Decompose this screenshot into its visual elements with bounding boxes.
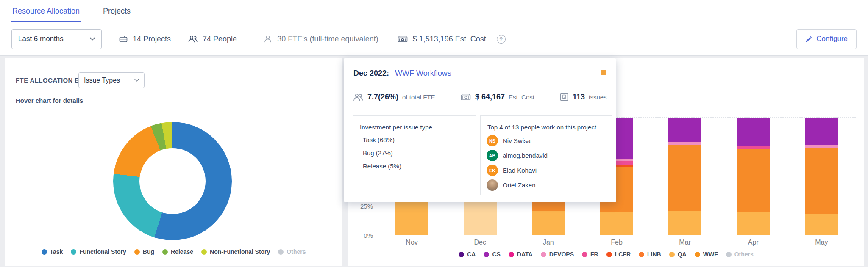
legend-dot <box>695 252 700 257</box>
stacked-bar-mar[interactable] <box>668 118 701 235</box>
bar-segment-wwf[interactable] <box>668 145 701 211</box>
bar-segment-wwf[interactable] <box>805 148 838 214</box>
bar-segment-qa[interactable] <box>464 202 497 235</box>
legend-item-wwf[interactable]: WWF <box>695 251 718 258</box>
legend-dot <box>606 252 612 257</box>
project-hover-tooltip: Dec 2022: WWF Workflows 7.7(26%) of tota… <box>344 58 616 202</box>
legend-item-devops[interactable]: DEVOPS <box>541 251 574 258</box>
legend-label: Task <box>50 248 63 255</box>
tooltip-stats: 7.7(26%) of total FTE $ 64,167 Est. Cost <box>344 92 616 103</box>
tab-projects[interactable]: Projects <box>101 0 132 22</box>
resource-allocation-screen: Resource Allocation Projects Last 6 mont… <box>0 0 868 267</box>
cost-stat-text: $ 1,513,196 Est. Cost <box>413 35 486 44</box>
people-stat-text: 74 People <box>203 35 237 44</box>
legend-item-non-functional-story[interactable]: Non-Functional Story <box>201 248 270 255</box>
legend-label: Functional Story <box>79 248 126 255</box>
legend-item-bug[interactable]: Bug <box>134 248 154 255</box>
legend-item-data[interactable]: DATA <box>509 251 533 258</box>
person-name: Oriel Zaken <box>503 182 536 189</box>
bar-segment-devops[interactable] <box>805 145 838 148</box>
bar-segment-cs[interactable] <box>805 118 838 145</box>
tooltip-project-link[interactable]: WWF Workflows <box>395 69 451 77</box>
tooltip-header: Dec 2022: WWF Workflows <box>353 69 451 78</box>
bar-slot-may <box>787 118 856 235</box>
bar-segment-qa[interactable] <box>532 211 565 235</box>
legend-item-cs[interactable]: CS <box>484 251 500 258</box>
help-icon[interactable]: ? <box>497 35 506 44</box>
bar-segment-cs[interactable] <box>737 118 770 146</box>
legend-item-others[interactable]: Others <box>726 251 754 258</box>
legend-item-ca[interactable]: CA <box>459 251 476 258</box>
bar-segment-qa[interactable] <box>737 212 770 235</box>
projects-stat-text: 14 Projects <box>133 35 171 44</box>
legend-item-task[interactable]: Task <box>42 248 63 255</box>
investment-item: Release (5%) <box>353 160 476 173</box>
tooltip-fte-stat: 7.7(26%) of total FTE <box>353 92 435 102</box>
legend-dot <box>509 252 514 257</box>
bar-slot-mar <box>651 118 719 235</box>
legend-dot <box>669 252 675 257</box>
bar-segment-fr[interactable] <box>737 146 770 149</box>
investment-box: Investment per issue type Task (68%)Bug … <box>353 115 476 195</box>
person-row: NSNiv Swisa <box>481 133 612 148</box>
legend-item-release[interactable]: Release <box>162 248 193 255</box>
legend-label: DATA <box>517 251 533 258</box>
y-axis-label-0%: 0% <box>350 232 373 239</box>
hover-hint-text: Hover chart for details <box>16 97 83 104</box>
tooltip-period: Dec 2022: <box>353 69 389 77</box>
bookmark-icon <box>559 92 569 102</box>
tab-resource-allocation[interactable]: Resource Allocation <box>11 0 81 22</box>
legend-item-lcfr[interactable]: LCFR <box>606 251 631 258</box>
tooltip-cost-label: Est. Cost <box>509 94 534 101</box>
legend-item-linb[interactable]: LINB <box>639 251 661 258</box>
legend-item-functional-story[interactable]: Functional Story <box>71 248 126 255</box>
legend-dot <box>42 249 47 255</box>
legend-label: CA <box>467 251 476 258</box>
configure-button[interactable]: Configure <box>796 29 857 49</box>
people-list: NSNiv SwisaABalmog.bendavidEKElad Kohavi… <box>481 133 612 193</box>
money-icon <box>397 34 408 44</box>
cost-stat: $ 1,513,196 Est. Cost ? <box>397 34 506 44</box>
investment-item: Bug (27%) <box>353 146 476 160</box>
bar-segment-qa[interactable] <box>395 202 428 235</box>
bar-legend: CACSDATADEVOPSFRLCFRLINBQAWWFOthers <box>348 251 864 258</box>
legend-item-qa[interactable]: QA <box>669 251 687 258</box>
legend-dot <box>639 252 644 257</box>
summary-toolbar: Last 6 months 14 Projects 74 People <box>0 22 868 56</box>
tab-bar: Resource Allocation Projects <box>0 0 868 22</box>
people-stat: 74 People <box>188 34 237 44</box>
bar-segment-qa[interactable] <box>668 211 701 235</box>
legend-dot <box>582 252 587 257</box>
investment-items: Task (68%)Bug (27%)Release (5%) <box>353 133 476 173</box>
bar-segment-wwf[interactable] <box>737 149 770 212</box>
investment-box-title: Investment per issue type <box>353 116 476 133</box>
issue-types-dropdown[interactable]: Issue Types <box>78 72 145 88</box>
projects-stat: 14 Projects <box>119 34 171 44</box>
bar-segment-qa[interactable] <box>805 214 838 235</box>
tooltip-fte-value: 7.7(26%) <box>367 93 398 102</box>
stacked-bar-apr[interactable] <box>737 118 770 235</box>
period-dropdown-value: Last 6 months <box>18 35 64 43</box>
x-axis-label-mar: Mar <box>651 239 719 246</box>
stacked-bar-may[interactable] <box>805 118 838 235</box>
bar-segment-qa[interactable] <box>600 212 633 235</box>
period-dropdown[interactable]: Last 6 months <box>11 29 102 49</box>
months-row: NovDecJanFebMarAprMay <box>378 239 856 246</box>
fte-stat: 30 FTE's (full-time equivalent) <box>263 34 378 44</box>
tooltip-issues-stat: 113 issues <box>559 92 607 102</box>
money-icon <box>460 92 471 102</box>
x-axis-label-nov: Nov <box>378 239 446 246</box>
legend-item-fr[interactable]: FR <box>582 251 598 258</box>
person-name: Elad Kohavi <box>503 167 537 174</box>
tooltip-issues-label: issues <box>589 94 607 101</box>
fte-allocation-by-label: FTE ALLOCATION BY <box>16 77 84 84</box>
fte-allocation-panel: FTE ALLOCATION BY Issue Types Hover char… <box>5 58 342 266</box>
fte-donut-chart[interactable] <box>113 122 232 240</box>
x-axis-label-jan: Jan <box>514 239 582 246</box>
legend-dot <box>134 249 140 255</box>
legend-item-others[interactable]: Others <box>278 248 306 255</box>
legend-label: Non-Functional Story <box>210 248 270 255</box>
legend-label: WWF <box>703 251 718 258</box>
avatar: EK <box>487 165 498 176</box>
bar-segment-cs[interactable] <box>668 118 701 142</box>
